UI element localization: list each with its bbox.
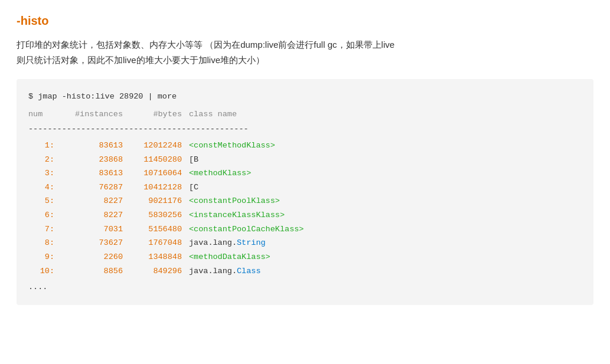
row-bytes: 12012248 xyxy=(128,139,187,153)
command-line: $ jmap -histo:live 28920 | more xyxy=(28,90,582,104)
code-block: $ jmap -histo:live 28920 | more num #ins… xyxy=(17,79,593,305)
class-prefix: java.lang. xyxy=(189,238,237,247)
row-instances: 8227 xyxy=(57,208,128,222)
row-instances: 7031 xyxy=(57,222,128,237)
row-bytes: 1348848 xyxy=(128,250,187,264)
class-name: String xyxy=(237,238,266,247)
table-row: 7: 7031 5156480 <constantPoolCacheKlass> xyxy=(28,222,582,237)
row-class: <methodDataKlass> xyxy=(187,250,270,264)
header-bytes: #bytes xyxy=(128,107,187,122)
row-bytes: 1767048 xyxy=(128,236,187,250)
row-num: 3: xyxy=(28,166,57,181)
class-prefix: java.lang. xyxy=(189,267,237,276)
row-num: 9: xyxy=(28,250,57,264)
row-bytes: 5830256 xyxy=(128,208,187,222)
table-row: 3: 83613 10716064 <methodKlass> xyxy=(28,166,582,181)
row-num: 8: xyxy=(28,236,57,250)
row-instances: 76287 xyxy=(57,181,128,195)
row-class: [C xyxy=(187,181,198,195)
header-class: class name xyxy=(187,107,237,122)
table-row: 2: 23868 11450280 [B xyxy=(28,153,582,167)
row-num: 5: xyxy=(28,194,57,208)
row-bytes: 9021176 xyxy=(128,194,187,208)
row-class: java.lang.Class xyxy=(187,264,261,278)
row-bytes: 10412128 xyxy=(128,181,187,195)
header-instances: #instances xyxy=(57,107,128,122)
table-row: 8: 73627 1767048 java.lang.String xyxy=(28,236,582,250)
row-bytes: 849296 xyxy=(128,264,187,278)
cmd-text: $ jmap -histo:live 28920 | more xyxy=(28,92,177,101)
table-row: 5: 8227 9021176 <constantPoolKlass> xyxy=(28,194,582,208)
row-class: <instanceKlassKlass> xyxy=(187,208,285,222)
row-bytes: 5156480 xyxy=(128,222,187,237)
row-num: 10: xyxy=(28,264,57,278)
row-instances: 83613 xyxy=(57,139,128,153)
row-num: 7: xyxy=(28,222,57,237)
row-bytes: 10716064 xyxy=(128,166,187,181)
row-class: <constantPoolKlass> xyxy=(187,194,280,208)
table-row: 6: 8227 5830256 <instanceKlassKlass> xyxy=(28,208,582,222)
row-class: java.lang.String xyxy=(187,236,266,250)
row-instances: 8856 xyxy=(57,264,128,278)
row-class: <methodKlass> xyxy=(187,166,251,181)
class-name: Class xyxy=(237,267,261,276)
row-num: 6: xyxy=(28,208,57,222)
page-title: -histo xyxy=(17,14,593,28)
row-instances: 23868 xyxy=(57,153,128,167)
table-row: 10: 8856 849296 java.lang.Class xyxy=(28,264,582,278)
continuation-dots: .... xyxy=(28,280,582,294)
row-num: 4: xyxy=(28,181,57,195)
description-line1: 打印堆的对象统计，包括对象数、内存大小等等 （因为在dump:live前会进行f… xyxy=(17,40,394,50)
row-class: [B xyxy=(187,153,198,167)
row-num: 1: xyxy=(28,139,57,153)
description: 打印堆的对象统计，包括对象数、内存大小等等 （因为在dump:live前会进行f… xyxy=(17,37,593,67)
row-bytes: 11450280 xyxy=(128,153,187,167)
table-row: 1: 83613 12012248 <constMethodKlass> xyxy=(28,139,582,153)
row-instances: 73627 xyxy=(57,236,128,250)
table-header: num #instances #bytes class name xyxy=(28,107,582,122)
table-row: 9: 2260 1348848 <methodDataKlass> xyxy=(28,250,582,264)
table-divider: ----------------------------------------… xyxy=(28,122,582,136)
row-class: <constantPoolCacheKlass> xyxy=(187,222,304,237)
row-class: <constMethodKlass> xyxy=(187,139,275,153)
row-instances: 8227 xyxy=(57,194,128,208)
table-row: 4: 76287 10412128 [C xyxy=(28,181,582,195)
row-num: 2: xyxy=(28,153,57,167)
header-num: num xyxy=(28,107,57,122)
description-line2: 则只统计活对象，因此不加live的堆大小要大于加live堆的大小） xyxy=(17,55,265,65)
row-instances: 2260 xyxy=(57,250,128,264)
row-instances: 83613 xyxy=(57,166,128,181)
